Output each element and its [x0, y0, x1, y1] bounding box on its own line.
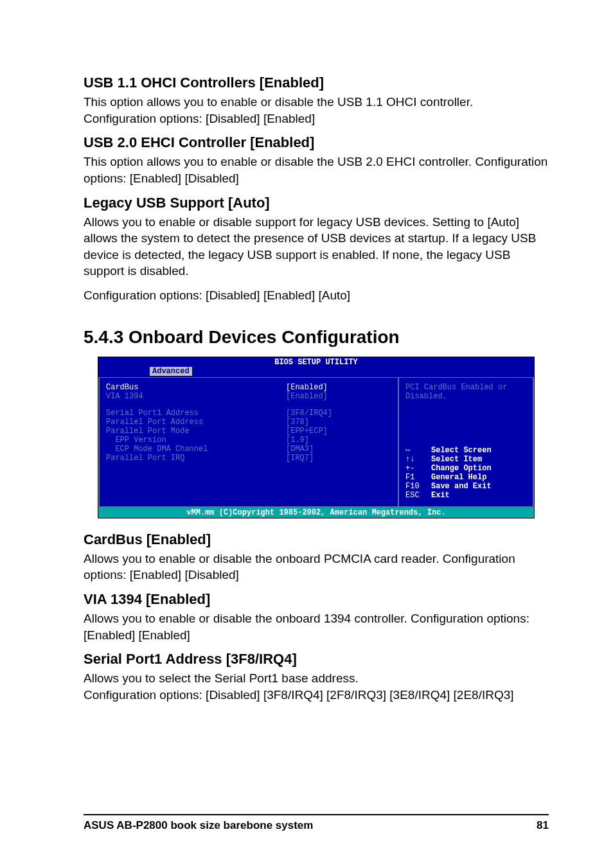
para-usb11: This option allows you to enable or disa… — [84, 94, 549, 127]
page-number: 81 — [537, 819, 549, 832]
bios-val: [1.9] — [286, 436, 309, 445]
bios-left-pane: CardBus [Enabled] VIA 1394 [Enabled] Ser… — [98, 378, 399, 508]
heading-serial: Serial Port1 Address [3F8/IRQ4] — [84, 651, 549, 668]
para-serial-1: Allows you to select the Serial Port1 ba… — [84, 670, 549, 687]
footer-title: ASUS AB-P2800 book size barebone system — [84, 819, 313, 832]
bios-val: [3F8/IRQ4] — [286, 409, 332, 418]
bios-tabrow: Advanced — [98, 367, 534, 377]
heading-via1394: VIA 1394 [Enabled] — [84, 591, 549, 608]
bios-label: Parallel Port Address — [106, 418, 286, 427]
bios-label: Serial Port1 Address — [106, 409, 286, 418]
spacer — [106, 401, 391, 409]
bios-row-parallel-addr[interactable]: Parallel Port Address [378] — [106, 418, 391, 427]
bios-title: BIOS SETUP UTILITY — [98, 357, 534, 367]
para-legacy-2: Configuration options: [Disabled] [Enabl… — [84, 287, 549, 304]
key-desc: Change Option — [431, 464, 492, 473]
para-legacy-1: Allows you to enable or disable support … — [84, 214, 549, 280]
key-desc: Select Screen — [431, 446, 492, 455]
bios-row-serial[interactable]: Serial Port1 Address [3F8/IRQ4] — [106, 409, 391, 418]
heading-cardbus: CardBus [Enabled] — [84, 531, 549, 548]
bios-val: [378] — [286, 418, 309, 427]
heading-usb20: USB 2.0 EHCI Controller [Enabled] — [84, 134, 549, 151]
page-footer: ASUS AB-P2800 book size barebone system … — [84, 814, 549, 832]
bios-right-pane: PCI CardBus Enabled or Disabled. ↔Select… — [399, 378, 534, 508]
bios-tab-advanced[interactable]: Advanced — [150, 367, 192, 376]
key-icon: ↔ — [405, 446, 431, 455]
bios-row-via1394[interactable]: VIA 1394 [Enabled] — [106, 392, 391, 401]
bios-row-cardbus[interactable]: CardBus [Enabled] — [106, 383, 391, 392]
bios-label: Parallel Port IRQ — [106, 454, 286, 463]
bios-row-parallel-irq[interactable]: Parallel Port IRQ [IRQ7] — [106, 454, 391, 463]
key-icon: ESC — [405, 491, 431, 500]
heading-legacy: Legacy USB Support [Auto] — [84, 195, 549, 211]
para-cardbus: Allows you to enable or disable the onbo… — [84, 551, 549, 583]
bios-utility: BIOS SETUP UTILITY Advanced CardBus [Ena… — [98, 357, 535, 518]
bios-label: EPP Version — [106, 436, 286, 445]
bios-row-ecp[interactable]: ECP Mode DMA Channel [DMA3] — [106, 445, 391, 454]
key-icon: ↑↓ — [405, 455, 431, 464]
bios-keys: ↔Select Screen ↑↓Select Item +-Change Op… — [405, 446, 526, 500]
key-icon: F10 — [405, 482, 431, 491]
bios-label: VIA 1394 — [106, 392, 286, 401]
key-desc: Save and Exit — [431, 482, 492, 491]
bios-val: [Enabled] — [286, 392, 328, 401]
key-icon: +- — [405, 464, 431, 473]
key-desc: Select Item — [431, 455, 482, 464]
para-via1394: Allows you to enable or disable the onbo… — [84, 610, 549, 643]
bios-row-parallel-mode[interactable]: Parallel Port Mode [EPP+ECP] — [106, 427, 391, 436]
bios-label: Parallel Port Mode — [106, 427, 286, 436]
bios-label: CardBus — [106, 383, 286, 392]
bios-label: ECP Mode DMA Channel — [106, 445, 286, 454]
bios-val: [IRQ7] — [286, 454, 314, 463]
bios-help-text: PCI CardBus Enabled or Disabled. — [405, 383, 526, 401]
bios-footer: vMM.mm (C)Copyright 1985-2002, American … — [98, 508, 534, 518]
para-usb20: This option allows you to enable or disa… — [84, 154, 549, 186]
para-serial-2: Configuration options: [Disabled] [3F8/I… — [84, 687, 549, 704]
bios-val: [EPP+ECP] — [286, 427, 328, 436]
bios-val: [DMA3] — [286, 445, 314, 454]
key-desc: General Help — [431, 473, 486, 482]
heading-onboard: 5.4.3 Onboard Devices Configuration — [84, 327, 549, 348]
heading-usb11: USB 1.1 OHCI Controllers [Enabled] — [84, 75, 549, 91]
bios-val: [Enabled] — [286, 383, 328, 392]
bios-row-epp[interactable]: EPP Version [1.9] — [106, 436, 391, 445]
key-icon: F1 — [405, 473, 431, 482]
key-desc: Exit — [431, 491, 450, 500]
